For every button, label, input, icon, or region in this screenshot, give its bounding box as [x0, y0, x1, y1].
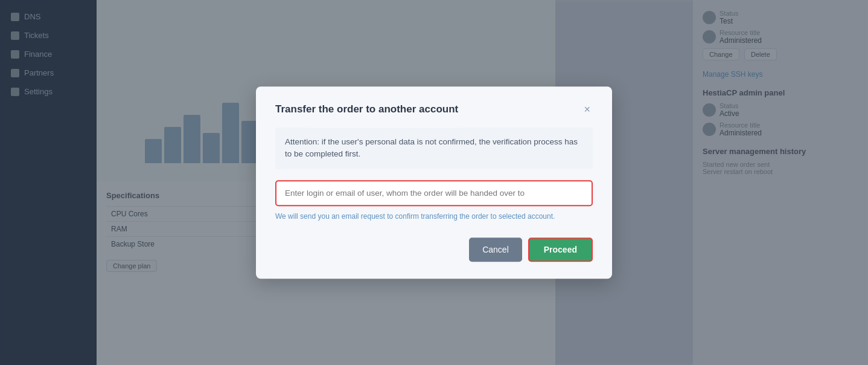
modal-header: Transfer the order to another account × [275, 103, 593, 115]
modal-attention-text: Attention: if the user's personal data i… [275, 128, 593, 169]
proceed-button[interactable]: Proceed [528, 237, 593, 262]
modal-hint-text: We will send you an email request to con… [275, 212, 593, 221]
transfer-order-modal: Transfer the order to another account × … [256, 86, 612, 279]
user-email-input[interactable] [276, 181, 592, 205]
modal-footer: Cancel Proceed [275, 237, 593, 262]
cancel-button[interactable]: Cancel [469, 237, 522, 262]
modal-close-button[interactable]: × [581, 104, 593, 115]
modal-title: Transfer the order to another account [275, 103, 458, 115]
modal-input-wrapper [275, 180, 593, 206]
